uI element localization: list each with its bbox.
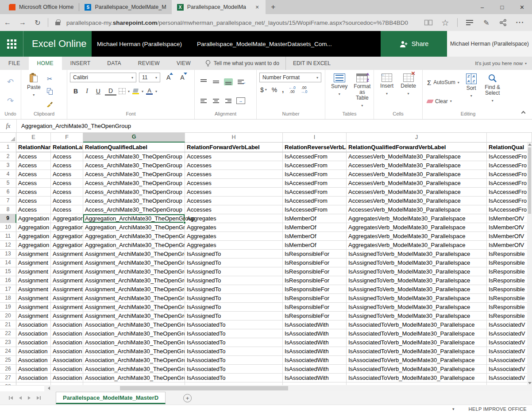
web-note-pen-icon[interactable]: ✎ [479,19,494,27]
row-header-10[interactable]: 10 [0,223,16,232]
column-header-J[interactable]: J [347,133,487,143]
cell-J23[interactable]: IsAssociatedToVerb_ModelMate30_Parallels… [347,338,487,347]
cell-J9[interactable]: AggregatesVerb_ModelMate30_Parallelspace [347,214,487,223]
cell-G23[interactable]: Association_ArchiMate30_TheOpenGroup [83,338,185,347]
cell-E15[interactable]: Assignment [16,267,51,276]
align-left-button[interactable] [199,97,208,104]
cell-H14[interactable]: IsAssignedTo [185,259,283,267]
cell-E24[interactable]: Association [16,347,51,356]
cell-I20[interactable]: IsResponsibleFor [283,312,347,320]
cell-E14[interactable]: Assignment [16,259,51,267]
cell-H26[interactable]: IsAssociatedTo [185,365,283,374]
cell-E18[interactable]: Assignment [16,294,51,303]
cell-K12[interactable]: IsMemberOfV [487,241,532,250]
cell-G17[interactable]: Assignment_ArchiMate30_TheOpenGroup [83,285,185,294]
tab-data[interactable]: DATA [99,57,129,70]
cell-F21[interactable]: Association [51,320,83,329]
row-header-12[interactable]: 12 [0,241,16,250]
cell-F26[interactable]: Association [51,365,83,374]
cell-F25[interactable]: Association [51,356,83,365]
cell-F12[interactable]: Aggregation [51,241,83,250]
autosum-button[interactable]: Σ AutoSum ▾ [425,78,461,87]
cell-J2[interactable]: AccessesVerb_ModelMate30_Parallelspace [347,152,487,161]
cell-J5[interactable]: AccessesVerb_ModelMate30_Parallelspace [347,179,487,188]
row-header-3[interactable]: 3 [0,161,16,170]
cell-I27[interactable]: IsAssociatedWith [283,374,347,382]
cell-K14[interactable]: IsResponsible [487,259,532,267]
forward-icon[interactable]: → [15,19,30,27]
increase-decimal-button[interactable]: ←.0.00 [289,86,296,93]
previous-sheet-button[interactable] [19,396,22,400]
cell-F13[interactable]: Assignment [51,250,83,259]
share-button[interactable]: Share [381,31,447,57]
row-header-7[interactable]: 7 [0,197,16,205]
cell-G19[interactable]: Assignment_ArchiMate30_TheOpenGroup [83,303,185,312]
more-actions-icon[interactable]: ··· [513,19,528,27]
cell-H15[interactable]: IsAssignedTo [185,267,283,276]
tab-close-icon[interactable]: × [254,4,260,11]
cell-K27[interactable]: IsAssociatedV [487,374,532,382]
cell-I6[interactable]: IsAccessedFrom [283,188,347,197]
horizontal-scrollbar[interactable] [44,385,532,391]
cell-G15[interactable]: Assignment_ArchiMate30_TheOpenGroup [83,267,185,276]
column-header-H[interactable]: H [185,133,283,143]
cell-F3[interactable]: Access [51,161,83,170]
edit-in-excel-button[interactable]: EDIT IN EXCEL [285,57,338,70]
cell-I25[interactable]: IsAssociatedWith [283,356,347,365]
cell-K26[interactable]: IsAssociatedV [487,365,532,374]
column-header-E[interactable]: E [16,133,51,143]
cell-J6[interactable]: AccessesVerb_ModelMate30_Parallelspace [347,188,487,197]
cell-E2[interactable]: Access [16,152,51,161]
cell-J19[interactable]: IsAssignedToVerb_ModelMate30_Parallelspa… [347,303,487,312]
cell-F20[interactable]: Assignment [51,312,83,320]
cell-K4[interactable]: IsAccessedFro [487,170,532,179]
percent-button[interactable]: % [272,86,277,93]
row-header-28[interactable]: 28 [0,382,16,385]
cell-H11[interactable]: Aggregates [185,232,283,241]
cell-G27[interactable]: Association_ArchiMate30_TheOpenGroup [83,374,185,382]
cell-I9[interactable]: IsMemberOf [283,214,347,223]
tab-file[interactable]: FILE [0,57,29,70]
cell-K1[interactable]: RelationQual [487,143,532,152]
row-header-25[interactable]: 25 [0,356,16,365]
cell-E8[interactable]: Access [16,205,51,214]
cell-J1[interactable]: RelationQualifiedForwardVerbLabel [347,143,487,152]
cell-K18[interactable]: IsResponsible [487,294,532,303]
new-tab-button[interactable]: + [266,0,281,14]
minimize-button[interactable]: – [472,0,492,14]
tell-me-box[interactable]: Tell me what you want to do [199,57,285,70]
borders-button[interactable] [119,88,126,94]
next-sheet-button[interactable] [28,396,31,400]
scroll-left-arrow-icon[interactable] [48,386,50,390]
cell-J12[interactable]: AggregatesVerb_ModelMate30_Parallelspace [347,241,487,250]
cell-J10[interactable]: AggregatesVerb_ModelMate30_Parallelspace [347,223,487,232]
cell-H20[interactable]: IsAssignedTo [185,312,283,320]
copy-button[interactable] [44,86,55,96]
cell-H25[interactable]: IsAssociatedTo [185,356,283,365]
number-format-select[interactable]: Number Format ▾ [259,73,321,82]
cell-G21[interactable]: Association_ArchiMate30_TheOpenGroup [83,320,185,329]
cell-H4[interactable]: Accesses [185,170,283,179]
cell-E5[interactable]: Access [16,179,51,188]
cell-J14[interactable]: IsAssignedToVerb_ModelMate30_Parallelspa… [347,259,487,267]
row-header-15[interactable]: 15 [0,267,16,276]
cell-I5[interactable]: IsAccessedFrom [283,179,347,188]
cell-J25[interactable]: IsAssociatedToVerb_ModelMate30_Parallels… [347,356,487,365]
cell-H8[interactable]: Accesses [185,205,283,214]
cell-J26[interactable]: IsAssociatedToVerb_ModelMate30_Parallels… [347,365,487,374]
sort-button[interactable]: ZA AZ Sort ▾ [463,73,480,110]
cell-G1[interactable]: RelationQualifiedLabel [83,143,185,152]
cell-F8[interactable]: Access [51,205,83,214]
row-header-13[interactable]: 13 [0,250,16,259]
cell-J27[interactable]: IsAssociatedToVerb_ModelMate30_Parallels… [347,374,487,382]
cell-F10[interactable]: Aggregation [51,223,83,232]
cell-K24[interactable]: IsAssociatedV [487,347,532,356]
cell-H28[interactable] [185,382,283,385]
row-header-27[interactable]: 27 [0,374,16,382]
cell-F24[interactable]: Association [51,347,83,356]
cell-H27[interactable]: IsAssociatedTo [185,374,283,382]
vertical-scrollbar[interactable] [527,143,532,385]
reading-view-icon[interactable] [421,19,436,26]
back-icon[interactable]: ← [0,19,15,27]
cell-F22[interactable]: Association [51,329,83,338]
